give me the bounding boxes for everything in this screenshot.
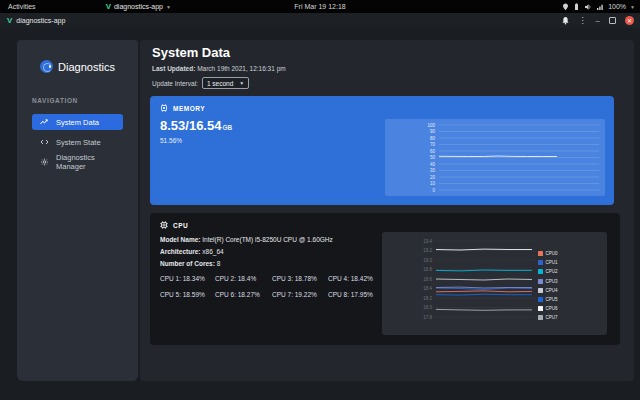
sidebar-item-system-state[interactable]: System State bbox=[32, 134, 123, 150]
sidebar-item-system-data[interactable]: System Data bbox=[32, 114, 123, 130]
legend-item: CPU5 bbox=[538, 297, 558, 302]
clock[interactable]: Fri Mar 19 12:18 bbox=[0, 3, 640, 10]
memory-card: MEMORY 8.53/16.54GB 51.56% 1009080706050… bbox=[150, 96, 614, 205]
memory-chart-panel: 1009080706050403020100 bbox=[385, 119, 605, 196]
legend-label: CPU6 bbox=[546, 306, 558, 311]
legend-item: CPU3 bbox=[538, 279, 558, 284]
maximize-button[interactable] bbox=[609, 17, 616, 24]
last-updated: Last Updated: March 19th 2021, 12:16:31 … bbox=[152, 65, 286, 72]
cpu-model-label: Model Name: bbox=[160, 236, 200, 243]
cpu-core-stat: CPU 2: 18.4% bbox=[215, 275, 272, 282]
svg-text:30: 30 bbox=[430, 168, 436, 173]
svg-text:18.6: 18.6 bbox=[423, 277, 432, 282]
system-tray[interactable]: 100% ▼ bbox=[562, 3, 635, 11]
svg-text:10: 10 bbox=[430, 181, 436, 186]
cpu-card-title: CPU bbox=[173, 222, 188, 229]
bell-icon[interactable] bbox=[561, 16, 570, 25]
legend-swatch bbox=[538, 269, 543, 274]
menu-kebab-icon[interactable]: ⋮ bbox=[579, 17, 587, 25]
cpu-core-stat: CPU 1: 18.34% bbox=[160, 275, 215, 282]
cpu-cores-value: 8 bbox=[217, 260, 221, 267]
volume-icon bbox=[584, 3, 592, 11]
cpu-chart-panel: 19.419.219.018.818.618.418.218.017.8 CPU… bbox=[382, 232, 607, 335]
cpu-core-stat: CPU 8: 17.95% bbox=[328, 291, 390, 298]
legend-swatch bbox=[538, 297, 543, 302]
sidebar-item-label: System State bbox=[56, 138, 101, 147]
minimize-button[interactable]: – bbox=[596, 17, 600, 25]
sidebar-item-label: Diagnostics Manager bbox=[56, 153, 123, 171]
chevron-down-icon: ▼ bbox=[239, 80, 244, 86]
brand: Diagnostics bbox=[17, 40, 138, 73]
svg-text:19.2: 19.2 bbox=[423, 248, 432, 253]
cpu-card: CPU Model Name: Intel(R) Core(TM) i5-825… bbox=[150, 213, 620, 345]
svg-text:17.8: 17.8 bbox=[423, 315, 432, 320]
legend-item: CPU2 bbox=[538, 269, 558, 274]
cpu-cores-label: Number of Cores: bbox=[160, 260, 215, 267]
svg-text:100: 100 bbox=[427, 123, 435, 128]
svg-text:0: 0 bbox=[432, 188, 435, 193]
memory-percent: 51.56% bbox=[160, 137, 182, 144]
main-panel: System Data Last Updated: March 19th 202… bbox=[140, 40, 634, 381]
app-logo-icon: V bbox=[106, 3, 111, 11]
update-interval-select[interactable]: 1 second ▼ bbox=[202, 77, 249, 89]
last-updated-label: Last Updated: bbox=[152, 65, 195, 72]
sidebar-nav: System Data System State Diagnostics Man… bbox=[17, 114, 138, 170]
legend-item: CPU4 bbox=[538, 288, 558, 293]
memory-usage-value: 8.53/16.54 bbox=[160, 118, 221, 133]
chevron-down-icon: ▼ bbox=[630, 4, 635, 10]
cpu-model-value: Intel(R) Core(TM) i5-8250U CPU @ 1.60GHz bbox=[202, 236, 333, 243]
close-button[interactable]: ✕ bbox=[625, 16, 634, 25]
svg-text:50: 50 bbox=[430, 155, 436, 160]
legend-item: CPU7 bbox=[538, 315, 558, 320]
network-icon bbox=[596, 3, 604, 11]
battery-icon bbox=[573, 3, 580, 11]
cpu-per-core-grid: CPU 1: 18.34% CPU 2: 18.4% CPU 3: 18.78%… bbox=[160, 275, 390, 298]
svg-text:18.8: 18.8 bbox=[423, 267, 432, 272]
cpu-cores-line: Number of Cores: 8 bbox=[160, 260, 220, 267]
svg-text:80: 80 bbox=[430, 136, 436, 141]
cpu-model-line: Model Name: Intel(R) Core(TM) i5-8250U C… bbox=[160, 236, 333, 243]
legend-item: CPU1 bbox=[538, 260, 558, 265]
legend-label: CPU0 bbox=[546, 251, 558, 256]
legend-label: CPU4 bbox=[546, 288, 558, 293]
cpu-arch-value: x86_64 bbox=[202, 248, 223, 255]
navigation-section-label: NAVIGATION bbox=[32, 97, 138, 104]
chevron-down-icon: ▼ bbox=[166, 4, 171, 10]
legend-swatch bbox=[538, 306, 543, 311]
last-updated-value: March 19th 2021, 12:16:31 pm bbox=[197, 65, 286, 72]
legend-label: CPU3 bbox=[546, 279, 558, 284]
memory-chart: 1009080706050403020100 bbox=[385, 119, 605, 196]
gear-icon bbox=[40, 158, 49, 166]
legend-swatch bbox=[538, 315, 543, 320]
sidebar: Diagnostics NAVIGATION System Data Syste… bbox=[17, 40, 138, 381]
sidebar-item-diagnostics-manager[interactable]: Diagnostics Manager bbox=[32, 154, 123, 170]
svg-text:40: 40 bbox=[430, 162, 436, 167]
legend-swatch bbox=[538, 251, 543, 256]
legend-label: CPU1 bbox=[546, 260, 558, 265]
svg-text:90: 90 bbox=[430, 129, 436, 134]
activities-button[interactable]: Activities bbox=[0, 3, 44, 10]
desktop: Activities V diagnostics-app ▼ Fri Mar 1… bbox=[0, 0, 640, 400]
legend-swatch bbox=[538, 279, 543, 284]
legend-item: CPU0 bbox=[538, 251, 558, 256]
memory-icon bbox=[160, 104, 168, 112]
svg-text:18.0: 18.0 bbox=[423, 305, 432, 310]
cpu-chart: 19.419.219.018.818.618.418.218.017.8 bbox=[382, 232, 607, 335]
battery-percent-label: 100% bbox=[608, 3, 626, 10]
legend-label: CPU7 bbox=[546, 315, 558, 320]
svg-text:18.4: 18.4 bbox=[423, 286, 432, 291]
cpu-chart-legend: CPU0CPU1CPU2CPU3CPU4CPU5CPU6CPU7 bbox=[538, 251, 558, 320]
location-icon bbox=[562, 3, 569, 11]
legend-label: CPU2 bbox=[546, 269, 558, 274]
app-indicator[interactable]: V diagnostics-app ▼ bbox=[106, 3, 171, 11]
cpu-core-stat: CPU 7: 19.22% bbox=[272, 291, 328, 298]
legend-item: CPU6 bbox=[538, 306, 558, 311]
cpu-core-stat: CPU 4: 18.42% bbox=[328, 275, 390, 282]
page-title: System Data bbox=[152, 45, 230, 60]
brand-name: Diagnostics bbox=[58, 61, 115, 73]
legend-swatch bbox=[538, 260, 543, 265]
svg-text:19.4: 19.4 bbox=[423, 239, 432, 244]
window-titlebar: V diagnostics-app ⋮ – ✕ bbox=[0, 13, 640, 28]
svg-text:19.0: 19.0 bbox=[423, 258, 432, 263]
memory-unit: GB bbox=[222, 124, 232, 131]
